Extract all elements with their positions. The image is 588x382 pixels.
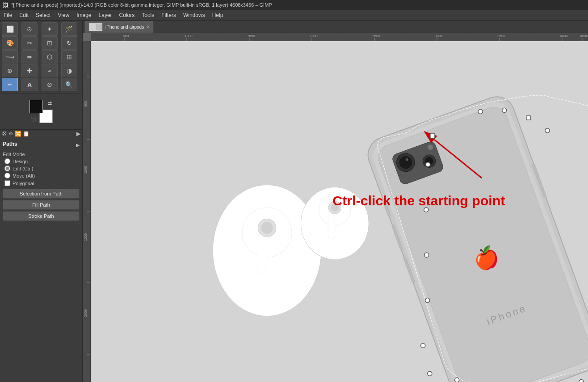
svg-text:500: 500: [84, 101, 88, 107]
mode-edit-row: Edit (Ctrl): [3, 166, 80, 171]
tab-bar: iPhone and airpods ×: [83, 21, 588, 33]
tool-select-by-color[interactable]: 🎨: [2, 36, 18, 50]
svg-rect-29: [83, 41, 91, 382]
tool-options-bar: 🛠 ⚙ 🔀 📋 ▶: [0, 129, 82, 138]
options-icon1[interactable]: 🛠: [2, 131, 7, 137]
svg-text:2500: 2500: [372, 34, 380, 38]
mode-move-radio[interactable]: [4, 173, 10, 178]
tab-label: iPhone and airpods: [105, 25, 144, 30]
svg-text:3000: 3000: [435, 34, 443, 38]
svg-rect-47: [328, 210, 335, 239]
polygonal-checkbox[interactable]: [4, 180, 10, 186]
svg-rect-87: [430, 134, 435, 138]
mode-design-label: Design: [13, 159, 28, 164]
svg-point-80: [455, 378, 459, 382]
paths-panel: Paths ▶ Edit Mode Design Edit (Ctrl) Mov…: [0, 138, 82, 382]
tool-clone[interactable]: ⊕: [2, 64, 18, 77]
tool-free-select[interactable]: ✦: [42, 22, 58, 36]
svg-rect-70: [526, 116, 530, 120]
window-title: *[iPhone and airpods] (imported)-14.0 (R…: [11, 2, 272, 8]
canvas-image: 🍎 iPhone: [91, 41, 588, 382]
tool-dodge[interactable]: ◑: [61, 64, 77, 77]
svg-point-81: [428, 371, 432, 376]
menu-item-filters[interactable]: Filters: [158, 11, 180, 20]
menu-item-select[interactable]: Select: [32, 11, 54, 20]
svg-text:2000: 2000: [84, 309, 88, 317]
menu-item-tools[interactable]: Tools: [138, 11, 158, 20]
menu-item-view[interactable]: View: [54, 11, 73, 20]
paths-panel-expand[interactable]: ▶: [76, 142, 80, 148]
tool-scissors[interactable]: ✂: [21, 36, 38, 50]
menu-item-windows[interactable]: Windows: [180, 11, 209, 20]
annotation-text-svg: Ctrl-click the starting point: [332, 193, 505, 208]
mode-design-radio[interactable]: [4, 158, 10, 164]
menu-item-image[interactable]: Image: [73, 11, 95, 20]
app-icon: 🖼: [3, 2, 8, 8]
mode-edit-radio[interactable]: [4, 166, 10, 171]
tab-close-button[interactable]: ×: [147, 24, 150, 30]
svg-text:2000: 2000: [310, 34, 318, 38]
svg-text:1500: 1500: [84, 233, 88, 241]
menu-item-help[interactable]: Help: [209, 11, 227, 20]
svg-rect-2: [91, 33, 588, 41]
svg-point-85: [424, 208, 428, 212]
canvas[interactable]: 🍎 iPhone: [91, 41, 588, 382]
titlebar: 🖼 *[iPhone and airpods] (imported)-14.0 …: [0, 0, 588, 10]
tool-unified-transform[interactable]: ⊞: [61, 50, 77, 64]
svg-text:4000: 4000: [560, 34, 568, 38]
foreground-color-swatch[interactable]: [29, 100, 43, 113]
options-icon4[interactable]: 📋: [23, 131, 29, 137]
menu-item-file[interactable]: File: [0, 11, 16, 20]
tool-ellipse-select[interactable]: ⊙: [21, 22, 38, 36]
svg-text:1500: 1500: [247, 34, 255, 38]
canvas-scene: 🍎 iPhone: [91, 41, 588, 382]
svg-point-69: [502, 108, 507, 112]
svg-text:1000: 1000: [84, 166, 88, 174]
tool-color-picker[interactable]: ⊘: [42, 78, 58, 91]
mode-move-row: Move (Alt): [3, 173, 80, 178]
tool-text[interactable]: A: [21, 78, 38, 91]
mode-edit-label: Edit (Ctrl): [13, 166, 33, 171]
menu-item-edit[interactable]: Edit: [16, 11, 32, 20]
tool-flip[interactable]: ⇔: [21, 50, 38, 64]
tool-zoom[interactable]: 🔍: [61, 78, 77, 91]
fill-path-button[interactable]: Fill Path: [3, 200, 80, 210]
canvas-tab[interactable]: iPhone and airpods ×: [84, 21, 154, 33]
svg-text:4500: 4500: [580, 34, 588, 38]
polygonal-row: Polygonal: [3, 180, 80, 186]
panel-menu-icon[interactable]: ▶: [76, 131, 80, 137]
svg-point-83: [425, 298, 430, 302]
swap-colors-icon[interactable]: ⇄: [48, 101, 52, 106]
tool-warp[interactable]: ⟿: [2, 50, 18, 64]
reset-colors-icon[interactable]: ⬛: [30, 117, 36, 122]
svg-rect-42: [258, 233, 267, 273]
menubar: FileEditSelectViewImageLayerColorsToolsF…: [0, 10, 588, 21]
tool-paths[interactable]: ✒: [2, 78, 18, 91]
menu-item-colors[interactable]: Colors: [116, 11, 139, 20]
svg-point-68: [478, 109, 483, 114]
tool-heal[interactable]: ✚: [21, 64, 38, 77]
tool-perspective[interactable]: ⬡: [42, 50, 58, 64]
svg-text:3500: 3500: [497, 34, 505, 38]
stroke-path-button[interactable]: Stroke Path: [3, 211, 80, 221]
tool-smudge[interactable]: ≈: [42, 64, 58, 77]
content-area: iPhone and airpods × 500 1000 1500 2000: [83, 21, 588, 382]
tool-rect-select[interactable]: ⬜: [2, 22, 18, 36]
color-area: ⇄ ⬛: [0, 93, 82, 129]
svg-point-84: [424, 253, 429, 257]
canvas-wrapper: 500 1000 1500 2000 2500 3000 3500 4000: [83, 33, 588, 382]
svg-rect-1: [97, 24, 101, 30]
tool-icons: ⬜ ⊙ ✦ 🪄 🎨 ✂ ⊡ ↻ ⟿ ⇔ ⬡ ⊞ ⊕ ✚ ≈ ◑ ✒ A ⊘ 🔍: [0, 21, 82, 93]
selection-from-path-button[interactable]: Selection from Path: [3, 189, 80, 199]
svg-text:1000: 1000: [185, 34, 193, 38]
mode-design-row: Design: [3, 158, 80, 164]
mode-move-label: Move (Alt): [13, 173, 35, 178]
options-icon2[interactable]: ⚙: [8, 131, 13, 137]
menu-item-layer[interactable]: Layer: [95, 11, 116, 20]
tool-crop[interactable]: ⊡: [42, 36, 58, 50]
tool-transform[interactable]: ↻: [61, 36, 77, 50]
polygonal-label: Polygonal: [13, 181, 34, 186]
vertical-ruler: 500 1000 1500 2000: [83, 41, 91, 382]
tool-fuzzy-select[interactable]: 🪄: [61, 22, 77, 36]
options-icon3[interactable]: 🔀: [15, 131, 21, 137]
